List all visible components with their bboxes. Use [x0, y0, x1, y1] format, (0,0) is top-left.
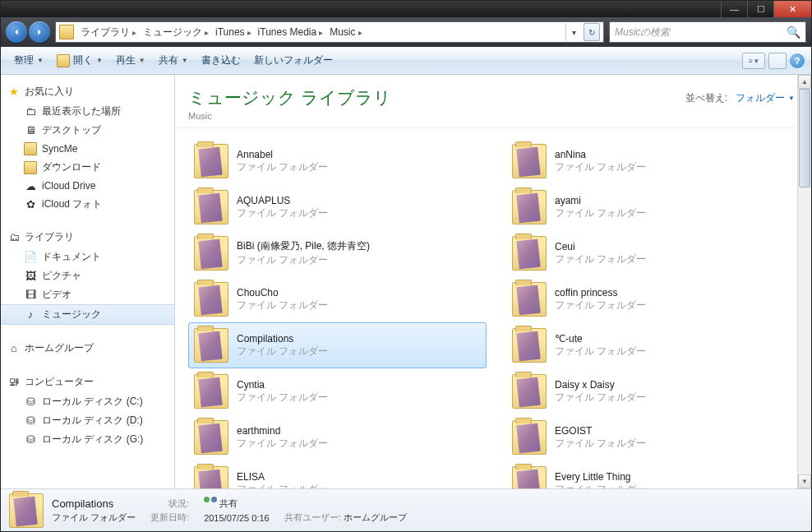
folder-item[interactable]: Cyntiaファイル フォルダー [188, 368, 487, 414]
search-icon: 🔍 [787, 25, 800, 39]
vertical-scrollbar[interactable]: ▲ ▼ [797, 75, 811, 488]
folder-type: ファイル フォルダー [237, 437, 328, 451]
sidebar-item-pictures[interactable]: 🖼ピクチャ [1, 266, 174, 285]
sidebar-favorites[interactable]: ★お気に入り [1, 83, 174, 102]
navigation-pane: ★お気に入り 🗀最近表示した場所 🖥デスクトップ SyncMe ダウンロード ☁… [1, 75, 175, 488]
library-subtitle: Music [188, 111, 391, 121]
document-icon: 📄 [24, 251, 37, 264]
folder-icon [512, 190, 547, 224]
folder-name: BiBi (南條愛乃, Pile, 徳井青空) [237, 239, 370, 253]
folder-name: Daisy x Daisy [555, 379, 646, 391]
sidebar-item-disk-c[interactable]: ⛁ローカル ディスク (C:) [1, 392, 174, 411]
recent-icon: 🗀 [24, 105, 37, 118]
sidebar-item-music[interactable]: ♪ミュージック [1, 304, 174, 325]
computer-icon: 🖳 [7, 376, 21, 389]
preview-pane-button[interactable] [768, 53, 787, 69]
folder-item[interactable]: ayamiファイル フォルダー [506, 184, 805, 230]
folder-item[interactable]: anNinaファイル フォルダー [506, 138, 805, 184]
sidebar-item-syncme[interactable]: SyncMe [1, 140, 174, 158]
folder-item[interactable]: Compilationsファイル フォルダー [188, 322, 487, 368]
homegroup-icon: ⌂ [7, 342, 21, 355]
new-folder-button[interactable]: 新しいフォルダー [247, 50, 339, 71]
breadcrumb: Music▸ [326, 26, 365, 38]
sidebar-item-disk-g[interactable]: ⛁ローカル ディスク (G:) [1, 430, 174, 449]
folder-name: coffin princess [555, 287, 646, 298]
folder-item[interactable]: Ceuiファイル フォルダー [506, 230, 805, 276]
status-name: Compilations [52, 497, 136, 510]
sidebar-item-downloads[interactable]: ダウンロード [1, 158, 174, 177]
folder-name: Compilations [237, 333, 328, 345]
sidebar-homegroup[interactable]: ⌂ホームグループ [1, 340, 174, 359]
photos-icon: ✿ [24, 198, 37, 211]
folder-item[interactable]: coffin princessファイル フォルダー [506, 276, 805, 322]
folder-item[interactable]: ℃-uteファイル フォルダー [506, 322, 805, 368]
folder-name: AQUAPLUS [237, 195, 328, 206]
sort-dropdown[interactable]: フォルダー ▼ [736, 91, 795, 105]
folder-icon [512, 374, 547, 409]
scroll-up-button[interactable]: ▲ [798, 75, 811, 89]
disk-icon: ⛁ [24, 396, 37, 409]
folder-type: ファイル フォルダー [555, 391, 646, 405]
folder-icon [194, 190, 228, 224]
sidebar-libraries[interactable]: 🗂ライブラリ [1, 229, 174, 247]
folder-type: ファイル フォルダー [237, 160, 328, 174]
people-icon [204, 497, 217, 507]
sidebar-item-desktop[interactable]: 🖥デスクトップ [1, 121, 174, 140]
star-icon: ★ [7, 86, 21, 99]
folder-type: ファイル フォルダー [555, 483, 646, 489]
status-shared: 共有ユーザー: ホームグループ [284, 511, 407, 524]
organize-button[interactable]: 整理▼ [7, 50, 50, 71]
folder-item[interactable]: Annabelファイル フォルダー [188, 138, 487, 184]
folder-type: ファイル フォルダー [555, 437, 646, 451]
scroll-thumb[interactable] [799, 89, 810, 187]
folder-icon [194, 282, 228, 317]
folder-item[interactable]: Every Little Thingファイル フォルダー [506, 460, 805, 488]
address-dropdown[interactable]: ▾ [565, 23, 582, 41]
folder-item[interactable]: AQUAPLUSファイル フォルダー [188, 184, 487, 230]
status-state-value: 共有 [204, 497, 270, 510]
address-bar[interactable]: ライブラリ▸ ミュージック▸ iTunes▸ iTunes Media▸ Mus… [55, 21, 604, 43]
navigation-bar: ライブラリ▸ ミュージック▸ iTunes▸ iTunes Media▸ Mus… [1, 17, 811, 47]
sidebar-item-videos[interactable]: 🎞ビデオ [1, 285, 174, 304]
back-button[interactable] [6, 21, 27, 43]
folder-type: ファイル フォルダー [555, 252, 646, 266]
library-icon: 🗂 [7, 231, 21, 244]
search-input[interactable]: Musicの検索 🔍 [609, 21, 806, 43]
folder-type: ファイル フォルダー [555, 298, 646, 312]
help-button[interactable]: ? [790, 53, 805, 68]
folder-icon [512, 466, 547, 488]
folder-item[interactable]: Daisy x Daisyファイル フォルダー [506, 368, 805, 414]
refresh-button[interactable]: ↻ [584, 23, 600, 41]
explorer-window: — ☐ ✕ ライブラリ▸ ミュージック▸ iTunes▸ iTunes Medi… [0, 0, 812, 532]
sidebar-item-recent[interactable]: 🗀最近表示した場所 [1, 102, 174, 121]
close-button[interactable]: ✕ [773, 1, 811, 17]
folder-icon [194, 466, 228, 488]
burn-button[interactable]: 書き込む [195, 50, 247, 71]
share-button[interactable]: 共有▼ [152, 50, 195, 71]
folder-icon [194, 420, 228, 455]
folder-item[interactable]: BiBi (南條愛乃, Pile, 徳井青空)ファイル フォルダー [188, 230, 487, 276]
folder-item[interactable]: earthmindファイル フォルダー [188, 414, 487, 460]
sidebar-item-icloud-drive[interactable]: ☁iCloud Drive [1, 177, 174, 195]
folder-item[interactable]: ChouChoファイル フォルダー [188, 276, 487, 322]
sidebar-item-disk-d[interactable]: ⛁ローカル ディスク (D:) [1, 411, 174, 430]
sidebar-item-icloud-photos[interactable]: ✿iCloud フォト [1, 195, 174, 214]
folder-icon [194, 144, 228, 178]
minimize-button[interactable]: — [721, 1, 747, 17]
folder-icon [194, 328, 228, 363]
folder-name: ChouCho [237, 287, 328, 298]
play-button[interactable]: 再生▼ [109, 50, 152, 71]
sidebar-item-documents[interactable]: 📄ドキュメント [1, 247, 174, 266]
maximize-button[interactable]: ☐ [747, 1, 773, 17]
scroll-down-button[interactable]: ▼ [798, 474, 811, 488]
folder-item[interactable]: EGOISTファイル フォルダー [506, 414, 805, 460]
forward-button[interactable] [29, 21, 50, 43]
folder-type: ファイル フォルダー [237, 253, 370, 267]
view-options-button[interactable]: ≡ ▾ [742, 53, 765, 69]
folder-item[interactable]: ELISAファイル フォルダー [188, 460, 487, 488]
open-button[interactable]: 開く▼ [50, 50, 109, 71]
folder-name: Ceui [555, 241, 646, 252]
desktop-icon: 🖥 [24, 124, 37, 137]
sidebar-computer[interactable]: 🖳コンピューター [1, 373, 174, 392]
toolbar: 整理▼ 開く▼ 再生▼ 共有▼ 書き込む 新しいフォルダー ≡ ▾ ? [1, 47, 811, 75]
